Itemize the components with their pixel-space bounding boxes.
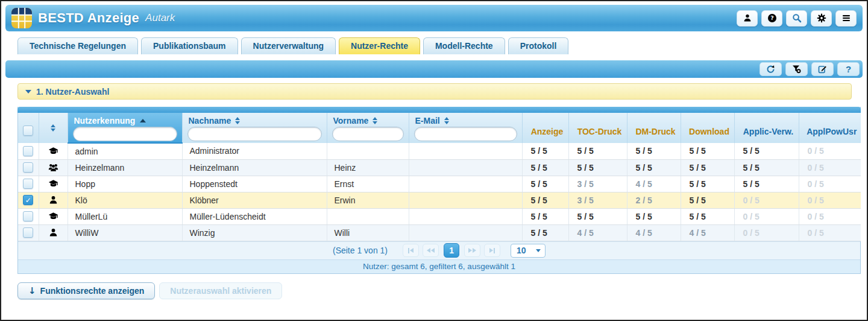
show-function-rights-button[interactable]: ↓ Funktionsrechte anzeigen [17,282,155,299]
rows-per-page-select[interactable]: 10 [511,244,546,258]
tab-modell-rechte[interactable]: Modell-Rechte [423,37,505,54]
section-nutzer-auswahl-header[interactable]: 1. Nutzer-Auswahl [17,83,852,100]
table-row[interactable]: Heinzelmann Heinzelmann Heinz 5 / 5 5 / … [18,159,861,176]
tab-technische-regelungen[interactable]: Technische Regelungen [17,37,138,54]
page-1-button[interactable]: 1 [444,243,459,258]
cell-nutzerkennung: Klö [68,192,182,208]
action-bar: ↓ Funktionsrechte anzeigen Nutzerauswahl… [17,282,863,299]
cell-vorname: Willi [327,224,409,241]
cell-download: 4 / 5 [681,224,734,241]
header-applpowusr: ApplPowUsr [799,113,861,143]
tab-bar: Technische Regelungen Publikationsbaum N… [17,37,863,54]
first-page-button[interactable] [403,244,419,257]
cell-toc-druck: 5 / 5 [568,208,627,224]
activate-user-selection-button[interactable]: Nutzerauswahl aktivieren [159,282,282,299]
user-icon [48,195,58,205]
header-select-column [18,113,39,143]
sort-icon [39,124,68,132]
filter-nachname-input[interactable] [187,127,322,141]
collapse-caret-icon [25,90,31,94]
cell-nutzerkennung: WilliW [68,224,182,241]
tab-publikationsbaum[interactable]: Publikationsbaum [141,37,238,54]
last-page-button[interactable] [484,244,500,257]
help-icon[interactable] [761,10,782,27]
cell-applpowusr: 0 / 5 [799,208,861,224]
toolbar-help-icon[interactable]: ? [837,62,860,76]
edit-icon[interactable] [811,62,834,76]
sort-asc-icon [140,119,146,122]
user-rights-table: Nutzerkennung Nachname Vorname E-Mail [17,107,861,274]
table-row[interactable]: Klö Klöbner Erwin 5 / 5 3 / 5 2 / 5 5 / … [18,192,861,208]
cell-vorname [327,143,409,159]
cell-download: 5 / 5 [681,192,734,208]
column-label: Nachname [189,116,231,126]
cell-applic-verw: 5 / 5 [734,159,799,176]
refresh-icon[interactable] [760,62,782,76]
table-row[interactable]: admin Administrator 5 / 5 5 / 5 5 / 5 5 … [18,143,861,159]
tab-nutzer-rechte[interactable]: Nutzer-Rechte [339,37,420,54]
header-type-column[interactable] [39,113,68,143]
cell-download: 5 / 5 [681,208,734,224]
next-page-button[interactable] [464,244,480,257]
cell-download: 5 / 5 [681,159,734,176]
filter-vorname-input[interactable] [332,127,404,141]
cell-dm-druck: 5 / 5 [627,159,681,176]
cell-applic-verw: 5 / 5 [734,176,799,192]
table-row[interactable]: Hopp Hoppenstedt Ernst 5 / 5 3 / 5 4 / 5… [18,176,861,192]
row-checkbox[interactable] [23,211,33,221]
cell-applpowusr: 0 / 5 [799,143,861,159]
search-icon[interactable] [786,10,807,27]
header-dm-druck: DM-Druck [627,113,681,143]
table-row[interactable]: WilliW Winzig Willi 5 / 5 4 / 5 4 / 5 4 … [18,224,861,241]
cell-toc-druck: 5 / 5 [568,143,627,159]
row-checkbox[interactable] [23,162,33,173]
row-checkbox[interactable] [23,179,33,189]
cell-nutzerkennung: Hopp [68,176,182,192]
filter-nutzerkennung-input[interactable] [73,127,177,141]
cell-anzeige: 5 / 5 [522,176,568,192]
prev-page-button[interactable] [423,244,439,257]
cell-nachname: Winzig [182,224,327,241]
table-row[interactable]: MüllerLü Müller-Lüdenscheidt 5 / 5 5 / 5… [18,208,861,224]
menu-icon[interactable] [835,10,857,27]
gear-icon[interactable] [811,10,832,27]
row-checkbox[interactable] [23,227,33,238]
header-vorname[interactable]: Vorname [327,113,409,143]
browser-viewport: BESTD Anzeige Autark Technische Regelung… [0,0,868,321]
cell-email [409,224,522,241]
cell-applpowusr: 0 / 5 [799,192,861,208]
button-label: Nutzerauswahl aktivieren [170,286,271,296]
cell-nutzerkennung: MüllerLü [68,208,182,224]
tab-nutzerverwaltung[interactable]: Nutzerverwaltung [241,37,336,54]
header-download: Download [681,113,734,143]
cell-applpowusr: 0 / 5 [799,159,861,176]
row-checkbox[interactable] [23,195,33,205]
cell-anzeige: 5 / 5 [522,208,568,224]
cell-nachname: Administrator [182,143,327,159]
row-checkbox[interactable] [23,146,33,156]
cell-toc-druck: 3 / 5 [568,176,627,192]
cell-applpowusr: 0 / 5 [799,176,861,192]
cell-toc-druck: 5 / 5 [568,159,627,176]
cell-download: 5 / 5 [681,176,734,192]
users-group-icon [48,162,58,173]
tab-protokoll[interactable]: Protokoll [508,37,569,54]
header-toc-druck: TOC-Druck [568,113,627,143]
cell-nachname: Müller-Lüdenscheidt [182,208,327,224]
select-all-checkbox[interactable] [23,126,33,136]
cell-nutzerkennung: admin [68,143,182,159]
button-label: Funktionsrechte anzeigen [40,286,145,296]
header-nachname[interactable]: Nachname [182,113,327,143]
cell-vorname: Erwin [327,192,409,208]
cell-applic-verw: 0 / 5 [734,208,799,224]
header-email[interactable]: E-Mail [409,113,522,143]
cell-dm-druck: 5 / 5 [627,208,681,224]
chevron-down-icon [536,249,541,252]
filter-clear-icon[interactable] [785,62,808,76]
cell-email [409,192,522,208]
cell-anzeige: 5 / 5 [522,192,568,208]
user-icon[interactable] [737,10,758,27]
filter-email-input[interactable] [414,127,517,141]
cell-anzeige: 5 / 5 [522,159,568,176]
header-nutzerkennung[interactable]: Nutzerkennung [68,113,182,143]
